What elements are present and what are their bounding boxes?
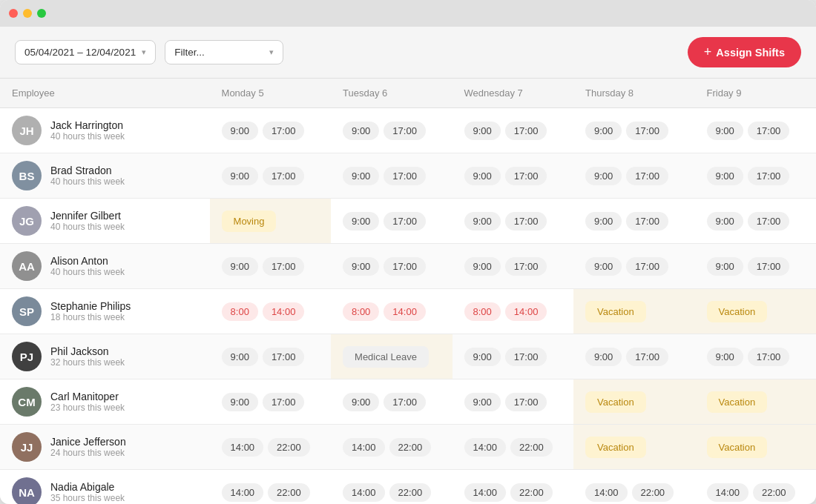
employee-cell: JG Jennifer Gilbert 40 hours this week: [0, 199, 210, 244]
shift-cell-monday[interactable]: 9:00 17:00: [210, 334, 331, 379]
shift-cell-monday[interactable]: 9:00 17:00: [210, 244, 331, 289]
shift-cell-thursday[interactable]: 9:00 17:00: [573, 334, 694, 379]
avatar-initials: BS: [19, 170, 35, 182]
shift-cell-thursday[interactable]: Vacation: [573, 289, 694, 334]
close-icon[interactable]: [9, 9, 18, 18]
shift-end-time: 17:00: [748, 348, 790, 366]
shift-cell-wednesday[interactable]: 9:00 17:00: [453, 244, 573, 289]
shift-start-time: 9:00: [222, 122, 258, 140]
shift-cell-tuesday[interactable]: 14:00 22:00: [331, 470, 452, 505]
shift-start-time: 14:00: [464, 438, 507, 457]
maximize-icon[interactable]: [37, 9, 46, 18]
shift-cell-friday[interactable]: Vacation: [695, 289, 817, 334]
employee-hours: 40 hours this week: [50, 222, 125, 232]
shift-cell-monday[interactable]: 14:00 22:00: [210, 425, 331, 470]
shift-cell-monday[interactable]: 9:00 17:00: [210, 153, 331, 199]
shift-cell-monday[interactable]: 9:00 17:00: [210, 379, 331, 425]
shift-cell-monday[interactable]: Moving: [210, 199, 331, 244]
shift-start-time: 9:00: [464, 257, 501, 276]
shift-cell-friday[interactable]: 9:00 17:00: [695, 334, 817, 379]
shift-end-time: 17:00: [384, 122, 426, 140]
shift-start-time: 14:00: [343, 438, 385, 457]
shift-end-time: 17:00: [384, 393, 426, 411]
shift-end-time: 17:00: [626, 348, 668, 366]
special-badge: Medical Leave: [343, 346, 429, 368]
shift-cell-thursday[interactable]: 9:00 17:00: [573, 153, 694, 199]
shift-cell-thursday[interactable]: Vacation: [573, 379, 694, 425]
shift-start-time: 9:00: [707, 167, 743, 185]
shift-end-time: 17:00: [748, 212, 790, 231]
shift-cell-wednesday[interactable]: 8:00 14:00: [453, 289, 573, 334]
shift-cell-monday[interactable]: 8:00 14:00: [210, 289, 331, 334]
shift-start-time: 9:00: [585, 122, 622, 140]
table-row: AA Alison Anton 40 hours this week 9:00 …: [0, 244, 816, 289]
shift-cell-friday[interactable]: 9:00 17:00: [695, 199, 817, 244]
shift-cell-tuesday[interactable]: 9:00 17:00: [331, 153, 452, 199]
shift-cell-tuesday[interactable]: 8:00 14:00: [331, 289, 452, 334]
shift-cell-thursday[interactable]: 9:00 17:00: [573, 199, 694, 244]
shift-cell-monday[interactable]: 14:00 22:00: [210, 470, 331, 505]
filter-dropdown[interactable]: Filter... ▾: [165, 40, 283, 64]
shift-end-time: 22:00: [268, 438, 310, 457]
shift-cell-wednesday[interactable]: 9:00 17:00: [453, 108, 573, 153]
shift-cell-tuesday[interactable]: 9:00 17:00: [331, 199, 452, 244]
shift-start-time: 9:00: [585, 167, 622, 185]
app-window: 05/04/2021 – 12/04/2021 ▾ Filter... ▾ + …: [0, 0, 816, 504]
col-friday: Friday 9: [695, 79, 817, 108]
shift-cell-friday[interactable]: 9:00 17:00: [695, 244, 817, 289]
date-range-picker[interactable]: 05/04/2021 – 12/04/2021 ▾: [15, 40, 156, 64]
table-row: CM Carl Manitoper 23 hours this week 9:0…: [0, 379, 816, 425]
shift-cell-friday[interactable]: 9:00 17:00: [695, 108, 817, 153]
col-thursday: Thursday 8: [573, 79, 694, 108]
employee-cell: BS Brad Stradon 40 hours this week: [0, 153, 210, 199]
toolbar: 05/04/2021 – 12/04/2021 ▾ Filter... ▾ + …: [0, 27, 816, 79]
shift-cell-tuesday[interactable]: Medical Leave: [331, 334, 452, 379]
assign-shifts-button[interactable]: + Assign Shifts: [688, 37, 801, 67]
shift-start-time: 9:00: [464, 348, 501, 366]
shift-cell-friday[interactable]: Vacation: [695, 425, 817, 470]
shift-cell-friday[interactable]: Vacation: [695, 379, 817, 425]
table-row: NA Nadia Abigale 35 hours this week 14:0…: [0, 470, 816, 505]
minimize-icon[interactable]: [23, 9, 32, 18]
shift-cell-tuesday[interactable]: 9:00 17:00: [331, 108, 452, 153]
avatar-initials: JG: [19, 215, 34, 228]
shift-cell-tuesday[interactable]: 9:00 17:00: [331, 379, 452, 425]
shift-cell-wednesday[interactable]: 14:00 22:00: [453, 425, 573, 470]
shift-cell-friday[interactable]: 14:00 22:00: [695, 470, 817, 505]
employee-name: Jennifer Gilbert: [50, 210, 125, 222]
assign-shifts-label: Assign Shifts: [716, 47, 785, 59]
shift-start-time: 14:00: [343, 483, 385, 502]
shift-start-time: 9:00: [343, 212, 379, 231]
shift-cell-wednesday[interactable]: 9:00 17:00: [453, 199, 573, 244]
shift-cell-wednesday[interactable]: 9:00 17:00: [453, 153, 573, 199]
titlebar: [0, 0, 816, 27]
shift-start-time: 9:00: [222, 348, 258, 366]
shift-end-time: 17:00: [748, 257, 790, 276]
shift-start-time: 9:00: [707, 212, 743, 231]
shift-end-time: 17:00: [384, 167, 426, 185]
shift-cell-thursday[interactable]: 14:00 22:00: [573, 470, 694, 505]
shift-cell-thursday[interactable]: 9:00 17:00: [573, 244, 694, 289]
shift-start-time: 9:00: [707, 122, 743, 140]
shift-end-time: 14:00: [263, 302, 305, 321]
avatar: JJ: [12, 432, 42, 462]
shift-cell-wednesday[interactable]: 9:00 17:00: [453, 379, 573, 425]
shift-cell-wednesday[interactable]: 14:00 22:00: [453, 470, 573, 505]
avatar-initials: JH: [19, 125, 33, 137]
shift-end-time: 14:00: [505, 302, 547, 321]
chevron-down-icon: ▾: [142, 47, 146, 57]
shift-end-time: 22:00: [268, 483, 310, 502]
shift-cell-tuesday[interactable]: 14:00 22:00: [331, 425, 452, 470]
shift-cell-wednesday[interactable]: 9:00 17:00: [453, 334, 573, 379]
special-badge: Vacation: [585, 391, 646, 413]
shift-end-time: 22:00: [389, 483, 432, 502]
shift-cell-monday[interactable]: 9:00 17:00: [210, 108, 331, 153]
shift-start-time: 9:00: [222, 257, 258, 276]
shift-cell-friday[interactable]: 9:00 17:00: [695, 153, 817, 199]
plus-icon: +: [704, 44, 712, 60]
shift-cell-tuesday[interactable]: 9:00 17:00: [331, 244, 452, 289]
shift-cell-thursday[interactable]: Vacation: [573, 425, 694, 470]
shift-cell-thursday[interactable]: 9:00 17:00: [573, 108, 694, 153]
shift-end-time: 17:00: [505, 393, 547, 411]
employee-name: Phil Jackson: [50, 345, 125, 357]
